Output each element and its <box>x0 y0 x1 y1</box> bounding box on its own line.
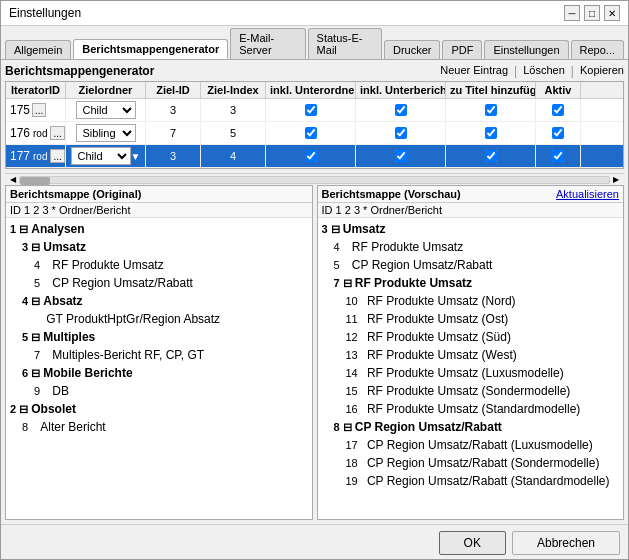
list-item[interactable]: 4 RF Produkte Umsatz <box>6 256 312 274</box>
tab-repo[interactable]: Repo... <box>571 40 624 59</box>
cancel-button[interactable]: Abbrechen <box>512 531 620 555</box>
cell-aktiv[interactable] <box>536 99 581 121</box>
aktiv-check[interactable] <box>552 127 564 139</box>
zu-titel-check[interactable] <box>485 104 497 116</box>
inkl-unterberichte-check[interactable] <box>395 127 407 139</box>
copy-link[interactable]: Kopieren <box>580 64 624 78</box>
list-item[interactable]: 5 CP Region Umsatz/Rabatt <box>318 256 624 274</box>
right-panel-header: Berichtsmappe (Vorschau) Aktualisieren <box>318 186 624 203</box>
ok-button[interactable]: OK <box>439 531 506 555</box>
cell-zu-titel[interactable] <box>446 99 536 121</box>
tab-email-server[interactable]: E-Mail-Server <box>230 28 305 59</box>
cell-aktiv[interactable] <box>536 122 581 144</box>
cell-inkl-unterordner[interactable] <box>266 122 356 144</box>
list-item[interactable]: 17 CP Region Umsatz/Rabatt (Luxusmodelle… <box>318 436 624 454</box>
aktiv-check[interactable] <box>552 104 564 116</box>
cell-id: 176 rod ... <box>6 122 66 144</box>
id-browse-button[interactable]: ... <box>50 126 64 140</box>
cell-ziel-id: 3 <box>146 145 201 167</box>
scroll-thumb[interactable] <box>20 177 50 185</box>
inkl-unterberichte-check[interactable] <box>395 104 407 116</box>
list-item[interactable]: 7 Multiples-Bericht RF, CP, GT <box>6 346 312 364</box>
cell-zielordner[interactable]: Child Sibling Parent ▼ <box>66 145 146 167</box>
list-item[interactable]: GT ProduktHptGr/Region Absatz <box>6 310 312 328</box>
cell-zielordner[interactable]: Child Sibling Parent <box>66 99 146 121</box>
scroll-left-arrow[interactable]: ◀ <box>7 174 19 186</box>
list-item[interactable]: 13 RF Produkte Umsatz (West) <box>318 346 624 364</box>
id-browse-button[interactable]: ... <box>50 149 64 163</box>
delete-link[interactable]: Löschen <box>523 64 565 78</box>
update-link[interactable]: Aktualisieren <box>556 188 619 200</box>
list-item[interactable]: 2 ⊟ Obsolet <box>6 400 312 418</box>
tab-status-email[interactable]: Status-E-Mail <box>308 28 382 59</box>
inkl-unterordner-check[interactable] <box>305 127 317 139</box>
list-item[interactable]: 7 ⊟ RF Produkte Umsatz <box>318 274 624 292</box>
zu-titel-check[interactable] <box>485 150 497 162</box>
cell-aktiv[interactable] <box>536 145 581 167</box>
list-item[interactable]: 19 CP Region Umsatz/Rabatt (Standardmode… <box>318 472 624 490</box>
cell-inkl-unterberichte[interactable] <box>356 145 446 167</box>
horizontal-scrollbar[interactable]: ◀ ▶ <box>5 173 624 185</box>
list-item[interactable]: 1 ⊟ Analysen <box>6 220 312 238</box>
list-item[interactable]: 10 RF Produkte Umsatz (Nord) <box>318 292 624 310</box>
list-item[interactable]: 3 ⊟ Umsatz <box>318 220 624 238</box>
close-button[interactable]: ✕ <box>604 5 620 21</box>
list-item[interactable]: 12 RF Produkte Umsatz (Süd) <box>318 328 624 346</box>
list-item[interactable]: 4 ⊟ Absatz <box>6 292 312 310</box>
list-item[interactable]: 4 RF Produkte Umsatz <box>318 238 624 256</box>
left-panel-title: Berichtsmappe (Original) <box>10 188 141 200</box>
col-aktiv: Aktiv <box>536 82 581 98</box>
cell-inkl-unterordner[interactable] <box>266 99 356 121</box>
tab-einstellungen[interactable]: Einstellungen <box>484 40 568 59</box>
maximize-button[interactable]: □ <box>584 5 600 21</box>
window-controls: ─ □ ✕ <box>564 5 620 21</box>
tab-berichtsmappengenerator[interactable]: Berichtsmappengenerator <box>73 39 228 59</box>
list-item[interactable]: 15 RF Produkte Umsatz (Sondermodelle) <box>318 382 624 400</box>
list-item[interactable]: 5 CP Region Umsatz/Rabatt <box>6 274 312 292</box>
list-item[interactable]: 6 ⊟ Mobile Berichte <box>6 364 312 382</box>
tab-drucker[interactable]: Drucker <box>384 40 441 59</box>
table-row[interactable]: 177 rod ... Child Sibling Parent ▼ 3 4 <box>6 145 623 168</box>
table-row[interactable]: 175 ... Child Sibling Parent 3 3 <box>6 99 623 122</box>
zu-titel-check[interactable] <box>485 127 497 139</box>
right-panel: Berichtsmappe (Vorschau) Aktualisieren I… <box>317 185 625 520</box>
cell-zu-titel[interactable] <box>446 145 536 167</box>
list-item[interactable]: 3 ⊟ Umsatz <box>6 238 312 256</box>
inkl-unterberichte-check[interactable] <box>395 150 407 162</box>
grid-header: IteratorID Zielordner Ziel-ID Ziel-Index… <box>6 82 623 99</box>
list-item[interactable]: 16 RF Produkte Umsatz (Standardmodelle) <box>318 400 624 418</box>
cell-zu-titel[interactable] <box>446 122 536 144</box>
cell-ziel-index: 3 <box>201 99 266 121</box>
cell-inkl-unterberichte[interactable] <box>356 122 446 144</box>
scroll-right-arrow[interactable]: ▶ <box>610 174 622 186</box>
cell-inkl-unterberichte[interactable] <box>356 99 446 121</box>
bottom-panels: Berichtsmappe (Original) ID 1 2 3 * Ordn… <box>5 185 624 520</box>
tab-allgemein[interactable]: Allgemein <box>5 40 71 59</box>
list-item[interactable]: 11 RF Produkte Umsatz (Ost) <box>318 310 624 328</box>
table-row[interactable]: 176 rod ... Child Sibling Parent 7 5 <box>6 122 623 145</box>
list-item[interactable]: 8 ⊟ CP Region Umsatz/Rabatt <box>318 418 624 436</box>
list-item[interactable]: 9 DB <box>6 382 312 400</box>
content-area: Berichtsmappengenerator Neuer Eintrag | … <box>1 60 628 524</box>
zielordner-select[interactable]: Child Sibling Parent <box>76 101 136 119</box>
minimize-button[interactable]: ─ <box>564 5 580 21</box>
col-zielordner: Zielordner <box>66 82 146 98</box>
list-item[interactable]: 5 ⊟ Multiples <box>6 328 312 346</box>
list-item[interactable]: 14 RF Produkte Umsatz (Luxusmodelle) <box>318 364 624 382</box>
inkl-unterordner-check[interactable] <box>305 104 317 116</box>
zielordner-select[interactable]: Child Sibling Parent <box>71 147 131 165</box>
id-browse-button[interactable]: ... <box>32 103 46 117</box>
cell-inkl-unterordner[interactable] <box>266 145 356 167</box>
list-item[interactable]: 8 Alter Bericht <box>6 418 312 436</box>
cell-zielordner[interactable]: Child Sibling Parent <box>66 122 146 144</box>
new-entry-link[interactable]: Neuer Eintrag <box>440 64 508 78</box>
zielordner-select[interactable]: Child Sibling Parent <box>76 124 136 142</box>
inkl-unterordner-check[interactable] <box>305 150 317 162</box>
cell-ziel-index: 5 <box>201 122 266 144</box>
section-header: Berichtsmappengenerator Neuer Eintrag | … <box>5 64 624 78</box>
scroll-track[interactable] <box>19 176 610 184</box>
cell-ziel-id: 3 <box>146 99 201 121</box>
aktiv-check[interactable] <box>552 150 564 162</box>
list-item[interactable]: 18 CP Region Umsatz/Rabatt (Sondermodell… <box>318 454 624 472</box>
tab-pdf[interactable]: PDF <box>442 40 482 59</box>
